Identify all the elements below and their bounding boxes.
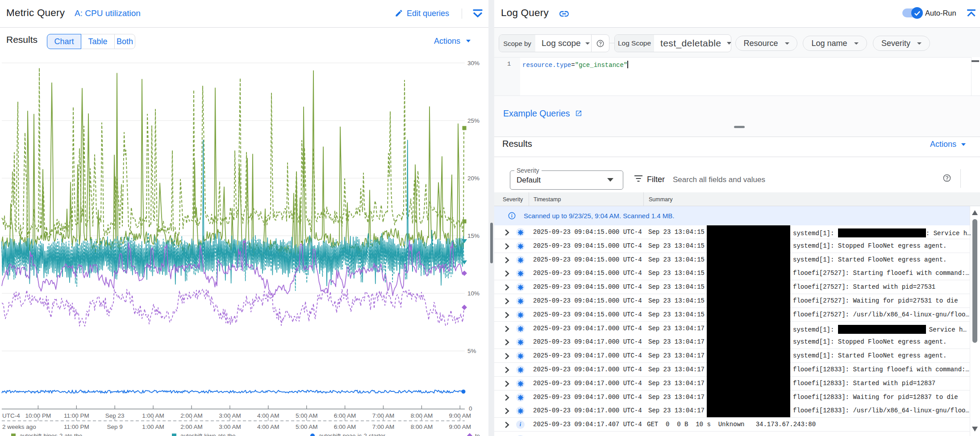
svg-text:1:00 AM: 1:00 AM	[142, 412, 164, 419]
svg-text:20%: 20%	[467, 175, 480, 182]
svg-text:5:00 AM: 5:00 AM	[296, 424, 318, 430]
svg-text:6:00 AM: 6:00 AM	[334, 424, 356, 430]
svg-text:1:00 AM: 1:00 AM	[142, 424, 164, 430]
svg-text:Sep 23: Sep 23	[105, 412, 125, 419]
svg-text:2:00 AM: 2:00 AM	[180, 412, 203, 419]
svg-text:autoshift-kiwe-atc-the: autoshift-kiwe-atc-the	[180, 432, 236, 436]
svg-text:autoshift-noae-ic-2-starter: autoshift-noae-ic-2-starter	[319, 432, 386, 436]
svg-text:5:00 AM: 5:00 AM	[296, 412, 318, 419]
svg-text:4:00 AM: 4:00 AM	[257, 424, 279, 430]
svg-text:UTC-4: UTC-4	[2, 412, 20, 419]
svg-text:4:00 AM: 4:00 AM	[257, 412, 279, 419]
svg-text:Sep 9: Sep 9	[107, 424, 123, 430]
svg-text:2 weeks ago: 2 weeks ago	[2, 424, 36, 430]
svg-text:7:00 AM: 7:00 AM	[372, 424, 395, 430]
svg-text:15%: 15%	[467, 233, 480, 239]
svg-text:8:00 AM: 8:00 AM	[411, 412, 433, 419]
svg-text:11:00 PM: 11:00 PM	[64, 412, 89, 419]
svg-text:30%: 30%	[467, 60, 480, 66]
svg-text:11:00 PM: 11:00 PM	[64, 424, 89, 430]
svg-text:9:00 AM: 9:00 AM	[449, 412, 471, 419]
svg-text:9:00 AM: 9:00 AM	[449, 424, 471, 430]
svg-text:autoshift-hipes-2-atc-the: autoshift-hipes-2-atc-the	[20, 432, 82, 436]
svg-text:7:00 AM: 7:00 AM	[372, 412, 395, 419]
svg-text:2:00 AM: 2:00 AM	[180, 424, 203, 430]
svg-text:te: te	[475, 432, 480, 436]
svg-text:8:00 AM: 8:00 AM	[411, 424, 433, 430]
svg-text:10:00 PM: 10:00 PM	[25, 412, 51, 419]
svg-text:3:00 AM: 3:00 AM	[219, 412, 241, 419]
svg-text:3:00 AM: 3:00 AM	[219, 424, 241, 430]
svg-text:0: 0	[469, 405, 472, 412]
svg-text:25%: 25%	[467, 117, 480, 124]
svg-text:5%: 5%	[467, 348, 476, 354]
svg-text:10%: 10%	[467, 290, 480, 297]
svg-text:6:00 AM: 6:00 AM	[334, 412, 356, 419]
